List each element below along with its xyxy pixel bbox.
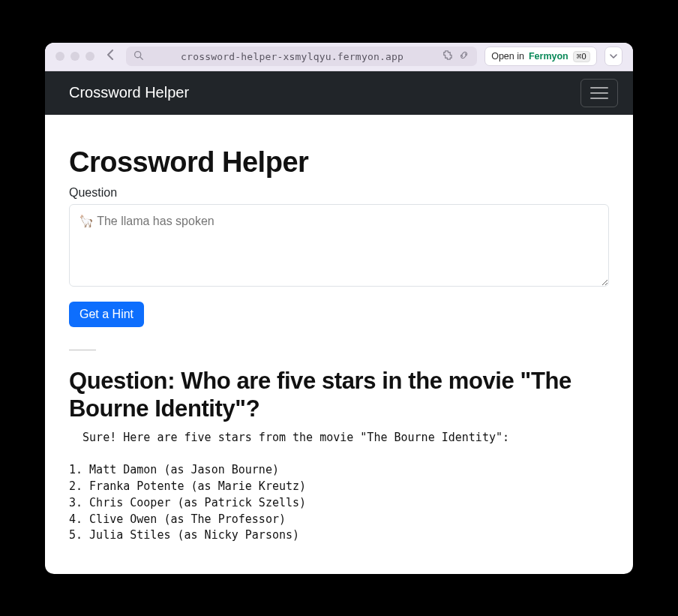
scroll-area[interactable]: Crossword Helper Crossword Helper Questi… <box>45 71 633 574</box>
browser-window: crossword-helper-xsmylqyu.fermyon.app Op… <box>45 43 633 574</box>
url-text: crossword-helper-xsmylqyu.fermyon.app <box>149 51 435 62</box>
open-in-shortcut: ⌘O <box>573 51 590 62</box>
page-body: Crossword Helper Question Get a Hint Que… <box>45 115 633 560</box>
svg-line-1 <box>140 57 142 59</box>
extension-icon[interactable] <box>441 50 452 63</box>
question-label: Question <box>69 186 609 200</box>
page-title: Crossword Helper <box>69 146 609 179</box>
navbar-toggle[interactable] <box>580 79 618 107</box>
titlebar: crossword-helper-xsmylqyu.fermyon.app Op… <box>45 43 633 71</box>
get-hint-button[interactable]: Get a Hint <box>69 302 144 327</box>
result-heading: Question: Who are five stars in the movi… <box>69 367 609 422</box>
minimize-window-button[interactable] <box>70 52 80 61</box>
open-in-prefix: Open in <box>491 51 524 62</box>
hamburger-icon <box>590 86 609 101</box>
url-bar[interactable]: crossword-helper-xsmylqyu.fermyon.app <box>126 47 477 66</box>
navbar-brand[interactable]: Crossword Helper <box>69 84 189 101</box>
open-in-fermyon-button[interactable]: Open in Fermyon ⌘O <box>484 47 597 66</box>
content-area: Crossword Helper Crossword Helper Questi… <box>45 71 633 574</box>
chevron-down-icon <box>610 53 617 59</box>
back-button[interactable] <box>102 50 118 63</box>
app-navbar: Crossword Helper <box>45 71 633 115</box>
traffic-lights <box>56 52 94 61</box>
open-in-brand: Fermyon <box>529 51 568 62</box>
question-input[interactable] <box>69 204 609 287</box>
maximize-window-button[interactable] <box>86 52 94 61</box>
divider <box>69 350 96 350</box>
answer-text: Sure! Here are five stars from the movie… <box>69 430 609 544</box>
search-icon <box>134 50 143 62</box>
url-right-icons <box>441 50 470 63</box>
close-window-button[interactable] <box>56 52 64 61</box>
open-in-dropdown[interactable] <box>604 47 622 66</box>
link-icon[interactable] <box>458 50 470 63</box>
